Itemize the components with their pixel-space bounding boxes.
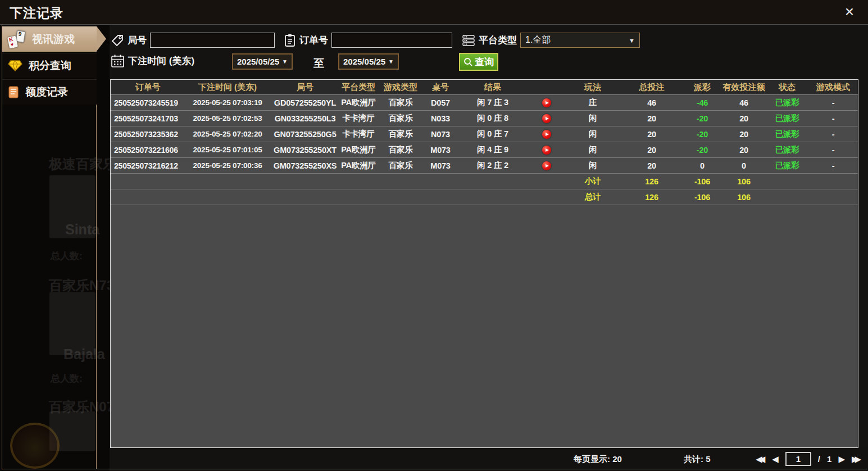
subtotal-row-cell xyxy=(766,174,808,189)
to-label: 至 xyxy=(313,56,324,71)
cell-mode: - xyxy=(808,158,858,173)
calendar-icon xyxy=(111,54,125,68)
column-header: 状态 xyxy=(766,80,808,94)
subtotal-row-cell xyxy=(340,174,377,189)
total-row-cell xyxy=(424,189,457,205)
date-to-dropdown[interactable]: 2025/05/25 ▼ xyxy=(338,53,399,70)
cell-status: 已派彩 xyxy=(766,142,808,157)
sidebar-item-label: 积分查询 xyxy=(29,58,71,73)
game-no-input[interactable] xyxy=(150,33,275,48)
order-no-input[interactable] xyxy=(331,33,452,48)
cell-payout: -20 xyxy=(683,111,722,126)
cell-play-method: 闲 xyxy=(565,126,621,142)
date-from-dropdown[interactable]: 2025/05/25 ▼ xyxy=(232,53,293,70)
background-logo-ring xyxy=(10,423,60,469)
cell-valid-bet: 20 xyxy=(722,126,766,142)
cell-result: 闲 0 庄 7 xyxy=(457,126,529,142)
column-header: 订单号 xyxy=(111,80,185,94)
sidebar-item-label: 额度记录 xyxy=(25,85,68,99)
pagination-nav: ◀◀ ◀ / 1 ▶ ▶▶ xyxy=(756,452,858,466)
cell-play xyxy=(529,95,565,110)
close-icon[interactable]: × xyxy=(841,3,858,20)
column-header: 玩法 xyxy=(565,80,621,94)
total-row-cell xyxy=(529,189,565,205)
subtotal-row-cell xyxy=(424,174,457,189)
cell-play xyxy=(529,158,565,173)
subtotal-row-cell xyxy=(529,174,565,189)
bet-time-filter: 下注时间 (美东) xyxy=(111,54,194,68)
order-no-filter: 订单号 xyxy=(284,33,452,48)
subtotal-row-cell: -106 xyxy=(683,174,722,189)
query-button-label: 查询 xyxy=(475,56,494,69)
column-header: 结果 xyxy=(457,80,529,94)
cell-total-bet: 20 xyxy=(621,142,683,157)
play-video-button[interactable] xyxy=(542,98,551,107)
background-portrait xyxy=(49,292,96,355)
cell-game-type: 百家乐 xyxy=(377,95,424,110)
subtotal-row: 小计126-106106 xyxy=(111,174,858,189)
play-video-button[interactable] xyxy=(542,130,551,139)
cell-order-no: 250525073245519 xyxy=(111,95,185,110)
column-header: 平台类型 xyxy=(340,80,377,94)
total-row-cell xyxy=(457,189,529,205)
cell-mode: - xyxy=(808,95,858,110)
column-header: 游戏模式 xyxy=(808,80,858,94)
total-row-cell xyxy=(270,189,340,205)
cell-bet-time: 2025-05-25 07:02:53 xyxy=(185,111,270,126)
sidebar-item-points-query[interactable]: 积分查询 xyxy=(2,53,97,78)
server-stack-icon xyxy=(462,34,475,47)
cell-total-bet: 20 xyxy=(621,111,683,126)
background-hint-text: Bajala xyxy=(63,346,105,363)
cell-mode: - xyxy=(808,142,858,157)
play-video-button[interactable] xyxy=(542,146,551,155)
cell-mode: - xyxy=(808,126,858,142)
cell-valid-bet: 0 xyxy=(722,158,766,173)
cell-game-no: GN073255250G5 xyxy=(270,126,340,142)
query-button[interactable]: 查询 xyxy=(459,53,498,71)
next-page-icon[interactable]: ▶ xyxy=(838,454,845,464)
background-hint-text: 总人数: xyxy=(51,372,83,385)
dialog-titlebar: 下注记录 × xyxy=(0,0,868,25)
total-count-label: 共计: 5 xyxy=(684,454,711,465)
play-video-button[interactable] xyxy=(542,114,551,123)
main-panel: 局号 订单号 xyxy=(110,25,868,471)
cell-table-no: N033 xyxy=(424,111,457,126)
sidebar-item-video-games[interactable]: 9 K♥ 视讯游戏 xyxy=(2,26,97,52)
clipboard-icon xyxy=(284,34,296,47)
background-portrait xyxy=(49,411,96,451)
platform-label: 平台类型 xyxy=(479,34,517,47)
date-from-value: 2025/05/25 xyxy=(237,57,279,66)
cell-game-type: 百家乐 xyxy=(377,158,424,173)
table-row: 2505250732417032025-05-25 07:02:53GN0332… xyxy=(111,111,858,126)
cell-payout: 0 xyxy=(683,158,722,173)
platform-select-value: 1.全部 xyxy=(525,34,551,46)
column-header: 派彩 xyxy=(683,80,722,94)
total-row-cell xyxy=(766,189,808,205)
cell-game-no: GN033255250L3 xyxy=(270,111,340,126)
cell-result: 闲 2 庄 2 xyxy=(457,158,529,173)
page-number-input[interactable] xyxy=(785,452,811,466)
platform-select[interactable]: 1.全部 ▼ xyxy=(520,33,640,48)
cell-order-no: 250525073221606 xyxy=(111,142,185,157)
sidebar-item-quota-records[interactable]: 额度记录 xyxy=(2,79,97,105)
game-no-label: 局号 xyxy=(128,34,147,47)
last-page-icon[interactable]: ▶▶ xyxy=(852,454,858,464)
cell-play xyxy=(529,126,565,142)
table-header-row: 订单号下注时间 (美东)局号平台类型游戏类型桌号结果玩法总投注派彩有效投注额状态… xyxy=(111,80,858,95)
sidebar-item-label: 视讯游戏 xyxy=(32,32,75,47)
table-row: 2505250732455192025-05-25 07:03:19GD0572… xyxy=(111,95,858,111)
table-row: 2505250732216062025-05-25 07:01:05GM0732… xyxy=(111,142,858,158)
date-to-value: 2025/05/25 xyxy=(343,57,385,66)
first-page-icon[interactable]: ◀◀ xyxy=(756,454,765,464)
dialog-border-bottom xyxy=(2,469,867,469)
cell-bet-time: 2025-05-25 07:01:05 xyxy=(185,142,270,157)
play-video-button[interactable] xyxy=(542,161,551,170)
cell-order-no: 250525073235362 xyxy=(111,126,185,142)
cell-table-no: D057 xyxy=(424,95,457,110)
cell-play xyxy=(529,111,565,126)
cell-table-no: N073 xyxy=(424,126,457,142)
search-icon xyxy=(463,57,473,67)
prev-page-icon[interactable]: ◀ xyxy=(772,454,779,464)
subtotal-row-cell xyxy=(185,174,270,189)
total-row-cell: 106 xyxy=(722,189,766,205)
